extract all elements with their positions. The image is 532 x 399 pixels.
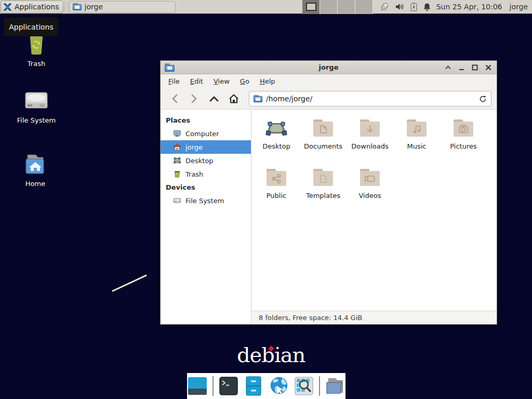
show-desktop-button[interactable] <box>187 376 208 396</box>
sidebar-devices-header: Devices <box>161 181 251 194</box>
statusbar-text: 8 folders, Free space: 14.4 GiB <box>259 314 362 322</box>
applications-menu-label: Applications <box>15 3 59 11</box>
sidebar-item-trash[interactable]: Trash <box>161 167 251 181</box>
file-label: Public <box>267 192 286 200</box>
path-text[interactable]: /home/jorge/ <box>266 95 475 103</box>
window-titlebar-icon <box>165 63 175 72</box>
taskbar-window-button[interactable]: jorge <box>69 1 176 13</box>
applications-menu-button[interactable]: Applications <box>1 1 63 14</box>
workspace-1[interactable] <box>302 0 320 14</box>
shade-icon <box>445 65 451 70</box>
file-item-downloads[interactable]: Downloads <box>347 116 393 165</box>
debian-logo: debian <box>237 343 305 367</box>
applications-tooltip: Applications <box>4 18 58 36</box>
battery-icon[interactable] <box>410 2 417 11</box>
up-button[interactable] <box>205 91 223 107</box>
desktop-icon <box>173 156 181 165</box>
panel-clock[interactable]: Sun 25 Apr, 10:06 <box>436 3 502 11</box>
file-item-documents[interactable]: Documents <box>300 116 347 165</box>
reload-icon[interactable] <box>479 95 487 103</box>
sidebar-item-jorge[interactable]: jorge <box>161 140 251 154</box>
public-folder-icon <box>264 165 289 190</box>
mouse-device-icon[interactable] <box>379 2 390 11</box>
taskbar-window-icon <box>73 3 82 10</box>
sidebar-item-label: jorge <box>185 143 203 151</box>
downloads-folder-icon <box>357 116 382 141</box>
home-folder-icon <box>21 152 49 177</box>
terminal-launcher[interactable] <box>218 376 238 396</box>
maximize-button[interactable] <box>471 63 479 72</box>
window-titlebar[interactable]: jorge <box>161 61 497 74</box>
sidebar-item-computer[interactable]: Computer <box>161 127 251 140</box>
window-content: Places Computer jorge <box>161 110 497 324</box>
folder-view[interactable]: Desktop Documents Do <box>251 110 497 324</box>
file-item-desktop[interactable]: Desktop <box>253 116 300 165</box>
file-cabinet-launcher[interactable] <box>243 376 263 396</box>
system-tray <box>379 2 431 11</box>
hard-drive-icon <box>22 89 50 113</box>
desktop-icon-label: Trash <box>8 60 65 68</box>
file-item-music[interactable]: Music <box>393 116 440 165</box>
workspace-4[interactable] <box>355 0 373 14</box>
icon-grid: Desktop Documents Do <box>251 110 497 311</box>
toolbar: /home/jorge/ <box>161 88 497 110</box>
file-item-pictures[interactable]: Pictures <box>440 116 487 165</box>
music-folder-icon <box>404 116 429 141</box>
statusbar: 8 folders, Free space: 14.4 GiB <box>251 311 497 324</box>
workspace-3[interactable] <box>338 0 355 14</box>
minimize-icon <box>459 64 464 71</box>
pictures-folder-icon <box>451 116 476 141</box>
notifications-bell-icon[interactable] <box>423 3 431 11</box>
show-desktop-icon <box>187 376 208 396</box>
desktop-icon-filesystem[interactable]: File System <box>8 89 65 124</box>
web-browser-launcher[interactable] <box>269 376 289 396</box>
dock-separator <box>319 376 320 396</box>
file-label: Videos <box>358 192 381 200</box>
menu-go[interactable]: Go <box>235 75 254 87</box>
hard-drive-icon <box>173 196 181 205</box>
terminal-icon <box>219 376 238 396</box>
workspace-switcher <box>302 0 373 14</box>
file-item-public[interactable]: Public <box>253 165 300 215</box>
shade-button[interactable] <box>444 63 452 72</box>
applications-menu-icon <box>3 3 12 11</box>
file-manager-launcher[interactable] <box>325 376 345 396</box>
file-item-videos[interactable]: Videos <box>347 165 393 215</box>
workspace-2[interactable] <box>320 0 338 14</box>
computer-icon <box>173 129 181 138</box>
file-manager-window: jorge File Edit View Go Help <box>160 60 497 325</box>
path-bar[interactable]: /home/jorge/ <box>249 91 491 107</box>
menu-edit[interactable]: Edit <box>185 75 208 87</box>
close-button[interactable] <box>484 63 493 72</box>
sidebar-item-label: File System <box>185 197 224 205</box>
close-icon <box>485 64 491 71</box>
file-label: Downloads <box>351 142 388 150</box>
menu-view[interactable]: View <box>209 75 234 87</box>
taskbar-handle[interactable] <box>64 2 68 12</box>
documents-folder-icon <box>311 116 336 141</box>
path-folder-icon <box>254 95 262 102</box>
sidebar-item-file-system[interactable]: File System <box>161 194 251 207</box>
file-label: Pictures <box>450 142 476 150</box>
templates-folder-icon <box>311 165 336 190</box>
trash-icon <box>173 170 181 178</box>
menu-file[interactable]: File <box>164 75 184 87</box>
web-browser-globe-icon <box>269 375 289 397</box>
forward-icon <box>191 94 197 103</box>
back-button[interactable] <box>166 91 183 107</box>
sidebar-item-desktop[interactable]: Desktop <box>161 154 251 167</box>
forward-button[interactable] <box>185 91 203 107</box>
desktop-icon-home[interactable]: Home <box>7 152 64 188</box>
home-icon <box>173 143 181 151</box>
taskbar-window-label: jorge <box>85 3 103 11</box>
volume-icon[interactable] <box>395 3 405 11</box>
panel-username[interactable]: jorge <box>510 3 528 11</box>
home-button[interactable] <box>225 91 243 107</box>
file-item-templates[interactable]: Templates <box>300 165 347 215</box>
file-label: Music <box>407 142 427 150</box>
app-finder-launcher[interactable] <box>294 376 314 396</box>
minimize-button[interactable] <box>457 63 466 72</box>
menu-help[interactable]: Help <box>255 75 280 87</box>
applications-tooltip-text: Applications <box>9 23 54 31</box>
sidebar-item-label: Computer <box>185 130 219 138</box>
